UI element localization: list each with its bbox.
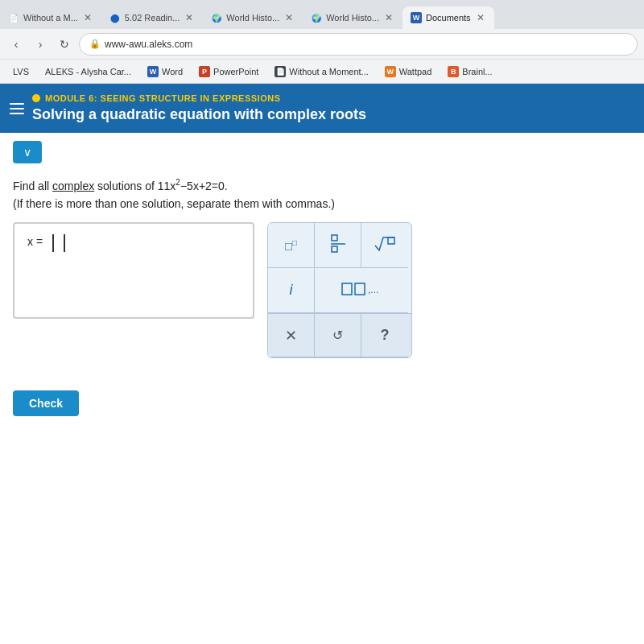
url-text: www-awu.aleks.com [105, 39, 192, 50]
word-bm-icon: W [147, 66, 159, 77]
page-content: MODULE 6: SEEING STRUCTURE IN EXPRESSION… [0, 84, 644, 644]
cursor-input[interactable] [52, 234, 65, 252]
question-text-line2: (If there is more than one solution, sep… [13, 195, 631, 213]
bookmark-aleks[interactable]: ALEKS - Alysha Car... [39, 65, 138, 78]
tab-close-1[interactable]: ✕ [82, 12, 93, 23]
svg-rect-5 [355, 283, 365, 295]
bookmarks-bar: LVS ALEKS - Alysha Car... W Word P Power… [0, 60, 644, 84]
imaginary-i-key[interactable]: i [268, 268, 315, 313]
keypad-row-1: □□ [268, 223, 411, 268]
math-keypad: □□ [267, 222, 412, 358]
question-text-line1: Find all complex solutions of 11x2−5x+2=… [13, 176, 631, 195]
mixed-number-key[interactable]: ,... [315, 268, 408, 313]
tab-close-2[interactable]: ✕ [184, 12, 195, 23]
bookmark-without-a-moment[interactable]: 📄 Without a Moment... [268, 64, 374, 79]
answer-box[interactable]: x = [13, 222, 254, 319]
svg-text:,...: ,... [368, 284, 378, 295]
tab-bar: 📄 Without a M... ✕ ⬤ 5.02 Readin... ✕ 🌍 … [0, 0, 644, 29]
input-keypad-row: x = □□ [0, 222, 644, 358]
wattpad-bm-icon: W [385, 66, 396, 77]
tab-close-3[interactable]: ✕ [283, 12, 295, 23]
hamburger-menu[interactable] [10, 103, 24, 114]
tab-close-4[interactable]: ✕ [383, 12, 394, 23]
tab-close-5[interactable]: ✕ [475, 12, 486, 23]
help-key[interactable]: ? [361, 314, 408, 357]
module-label: MODULE 6: SEEING STRUCTURE IN EXPRESSION… [32, 93, 631, 103]
check-button[interactable]: Check [13, 390, 79, 416]
question-area: Find all complex solutions of 11x2−5x+2=… [0, 163, 644, 222]
tab-world-history-1[interactable]: 🌍 World Histo... ✕ [203, 6, 303, 29]
svg-rect-3 [388, 237, 394, 244]
undo-symbol: ↺ [332, 328, 343, 343]
brainly-bm-icon: B [448, 66, 459, 77]
keypad-row-3: ✕ ↺ ? [268, 313, 411, 357]
clear-symbol: ✕ [285, 327, 297, 345]
bookmark-powerpoint[interactable]: P PowerPoint [192, 64, 265, 79]
undo-key[interactable]: ↺ [315, 314, 361, 357]
tab-documents[interactable]: W Documents ✕ [402, 6, 494, 29]
complex-link[interactable]: complex [52, 180, 94, 192]
tab-without-a-moment[interactable]: 📄 Without a M... ✕ [0, 6, 101, 29]
tab-world-history-2[interactable]: 🌍 World Histo... ✕ [303, 6, 402, 29]
page-title: Solving a quadratic equation with comple… [32, 106, 631, 123]
aleks-header: MODULE 6: SEEING STRUCTURE IN EXPRESSION… [0, 84, 644, 133]
svg-rect-2 [332, 246, 337, 252]
svg-rect-0 [332, 235, 337, 241]
bottom-area: Check [0, 358, 644, 429]
bookmark-word[interactable]: W Word [141, 64, 189, 79]
browser-chrome: 📄 Without a M... ✕ ⬤ 5.02 Readin... ✕ 🌍 … [0, 0, 644, 84]
bookmark-lvs[interactable]: LVS [6, 65, 35, 78]
tab-icon-world2: 🌍 [311, 12, 322, 23]
mixed-number-symbol: ,... [341, 279, 382, 301]
help-symbol: ? [381, 327, 390, 344]
chevron-button[interactable]: ∨ [13, 141, 42, 163]
wam-bm-icon: 📄 [275, 66, 286, 77]
url-bar[interactable]: 🔒 www-awu.aleks.com [79, 33, 638, 56]
keypad-row-2: i ,... [268, 268, 411, 313]
svg-rect-4 [342, 283, 352, 295]
tab-icon-world1: 🌍 [211, 12, 222, 23]
sqrt-key[interactable] [361, 223, 408, 268]
forward-button[interactable]: › [31, 35, 50, 54]
superscript-key[interactable]: □□ [268, 223, 315, 268]
back-button[interactable]: ‹ [6, 35, 26, 54]
bookmark-brainly[interactable]: B Brainl... [441, 64, 498, 79]
bookmark-wattpad[interactable]: W Wattpad [378, 64, 439, 79]
chevron-down-icon: ∨ [23, 146, 31, 159]
tab-icon-without: 📄 [8, 12, 19, 23]
refresh-button[interactable]: ↻ [55, 35, 74, 54]
ppt-bm-icon: P [199, 66, 210, 77]
answer-label: x = [27, 235, 43, 248]
address-bar: ‹ › ↻ 🔒 www-awu.aleks.com [0, 29, 644, 60]
module-dot [32, 94, 40, 102]
lock-icon: 🔒 [89, 39, 101, 49]
tab-icon-documents: W [411, 12, 422, 23]
tab-502-reading[interactable]: ⬤ 5.02 Readin... ✕ [101, 6, 204, 29]
fraction-symbol [329, 233, 347, 257]
fraction-key[interactable] [315, 223, 361, 268]
chevron-area: ∨ [0, 133, 644, 163]
sqrt-symbol [374, 234, 396, 256]
imaginary-i-symbol: i [290, 282, 293, 299]
tab-icon-reading: ⬤ [109, 12, 121, 23]
superscript-symbol: □□ [285, 238, 297, 253]
clear-key[interactable]: ✕ [268, 314, 315, 357]
